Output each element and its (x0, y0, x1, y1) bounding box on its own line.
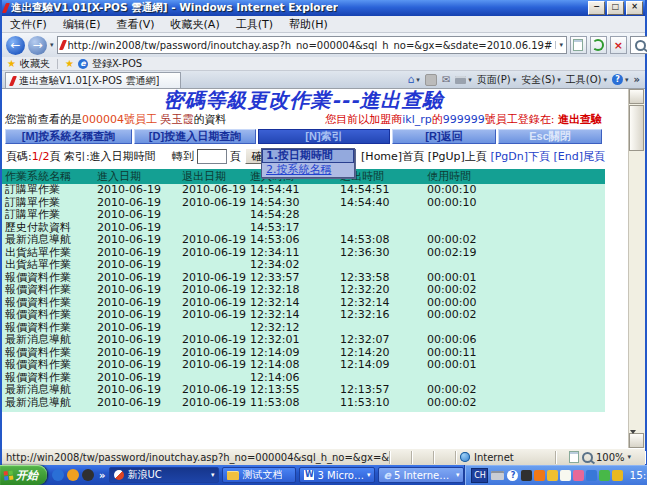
tray-icon[interactable] (534, 470, 545, 481)
table-row[interactable]: 報價資料作業 2010-06-19 12:14:06 (2, 372, 605, 385)
merchant-id: ikl_rp (402, 113, 432, 126)
printer-tray-icon[interactable] (491, 471, 504, 480)
table-row[interactable]: 訂購單作業 2010-06-19 2010-06-19 14:54:30 14:… (2, 197, 605, 210)
menu-item[interactable]: 编辑(E) (55, 17, 109, 32)
index-menu-item-system[interactable]: 2.按系統名稱 (262, 163, 354, 177)
table-row[interactable]: 訂購單作業 2010-06-19 14:54:28 (2, 209, 605, 222)
menu-item[interactable]: 文件(F) (2, 17, 55, 32)
tray-icon[interactable] (560, 470, 571, 481)
table-row[interactable]: 報價資料作業 2010-06-19 12:32:12 (2, 322, 605, 335)
task-caret-icon: ▾ (456, 471, 460, 479)
task-button-test-docs[interactable]: 测试文档 (222, 467, 296, 483)
cell-exit-date: 2010-06-19 (179, 334, 247, 347)
task-button-word-group[interactable]: W3 Microsoft Of...▾ (299, 467, 375, 483)
table-row[interactable]: 報價資料作業 2010-06-19 2010-06-19 12:32:18 12… (2, 284, 605, 297)
nav-button[interactable]: [D]按進入日期查詢 (134, 129, 256, 144)
home-icon: ⌂ (407, 73, 414, 86)
help-tray-icon[interactable]: ? (507, 470, 518, 481)
table-row[interactable]: 訂購單作業 2010-06-19 2010-06-19 14:54:41 14:… (2, 184, 605, 197)
maximize-button[interactable]: □ (607, 1, 624, 15)
compatibility-view-button[interactable] (570, 36, 587, 54)
nav-button[interactable]: [N]索引 (258, 129, 390, 144)
favorites-label[interactable]: 收藏夹 (20, 57, 50, 71)
title-bar[interactable]: 進出查驗V1.01[X-POS 雲通網] - Windows Internet … (2, 0, 645, 16)
tab-current[interactable]: 進出查驗V1.01[X-POS 雲通網] (5, 72, 181, 88)
home-button[interactable]: ⌂▾ (407, 73, 420, 86)
cell-usage-time: 00:00:02 (424, 397, 605, 410)
table-row[interactable]: 最新消息導航 2010-06-19 2010-06-19 14:53:06 14… (2, 234, 605, 247)
cell-entry-date: 2010-06-19 (94, 359, 179, 372)
table-row[interactable]: 最新消息導航 2010-06-19 2010-06-19 12:32:01 12… (2, 334, 605, 347)
refresh-button[interactable] (590, 36, 607, 54)
forward-icon[interactable]: → (28, 36, 47, 55)
nav-button[interactable]: Esc關閉 (498, 129, 602, 144)
overflow-chevron-icon[interactable]: » (634, 74, 640, 85)
index-menu-item-date[interactable]: 1.按日期時間 (262, 149, 354, 163)
cell-entry-date: 2010-06-19 (94, 372, 179, 385)
table-row[interactable]: 出貨結單作業 2010-06-19 12:34:02 (2, 259, 605, 272)
tools-menu-button[interactable]: 工具(O)▾ (566, 73, 607, 87)
scroll-down-icon[interactable] (629, 433, 644, 448)
minimize-button[interactable]: − (588, 1, 605, 15)
task-button-ie-group[interactable]: e5 Internet Exp...▾ (378, 467, 464, 483)
back-icon[interactable]: ← (6, 36, 25, 55)
table-row[interactable]: 報價資料作業 2010-06-19 2010-06-19 12:32:14 12… (2, 297, 605, 310)
start-button[interactable]: 开始 (0, 465, 47, 485)
tray-icon[interactable] (612, 470, 623, 481)
quick-launch-icon[interactable] (82, 469, 94, 481)
input-method-indicator[interactable]: CH (471, 468, 488, 483)
tray-icon[interactable] (599, 470, 610, 481)
status-spacer (390, 451, 412, 464)
feeds-button[interactable] (425, 74, 437, 86)
scrollbar-thumb[interactable] (629, 105, 644, 151)
close-button[interactable]: × (626, 1, 643, 15)
table-row[interactable]: 報價資料作業 2010-06-19 2010-06-19 12:32:14 12… (2, 309, 605, 322)
safety-menu-button[interactable]: 安全(S)▾ (521, 73, 561, 87)
table-row[interactable]: 最新消息導航 2010-06-19 2010-06-19 12:13:55 12… (2, 384, 605, 397)
url-text[interactable]: http://win2008/tw/password/inoutchay.asp… (68, 40, 553, 51)
task-button-sina-uc[interactable]: 新浪UC▾ (109, 467, 219, 483)
nav-button[interactable]: [M]按系統名稱查詢 (5, 129, 132, 144)
quick-launch-icon[interactable] (52, 469, 64, 481)
menu-item[interactable]: 查看(V) (108, 17, 162, 32)
cell-entry-date: 2010-06-19 (94, 284, 179, 297)
cell-usage-time: 00:00:10 (424, 197, 605, 210)
url-dropdown-icon[interactable]: ▾ (555, 41, 563, 49)
page-menu-label: 页面(P) (477, 73, 511, 87)
cell-exit-date (179, 209, 247, 222)
quick-launch-chevron-icon[interactable]: » (99, 470, 105, 481)
table-row[interactable]: 歷史付款資料 2010-06-19 14:53:17 (2, 222, 605, 235)
favorites-star-icon[interactable]: ★ (7, 58, 16, 69)
table-row[interactable]: 出貨結單作業 2010-06-19 2010-06-19 12:34:11 12… (2, 247, 605, 260)
quick-launch-icon[interactable] (67, 469, 79, 481)
menu-item[interactable]: 帮助(H) (281, 17, 336, 32)
url-field[interactable]: http://win2008/tw/password/inoutchay.asp… (57, 36, 567, 54)
page-menu-button[interactable]: 页面(P)▾ (477, 73, 516, 87)
nav-button[interactable]: [R]返回 (392, 129, 496, 144)
stop-button[interactable]: × (610, 36, 627, 54)
vertical-scrollbar[interactable] (628, 89, 645, 448)
table-row[interactable]: 報價資料作業 2010-06-19 2010-06-19 12:14:08 12… (2, 359, 605, 372)
menu-item[interactable]: 收藏夹(A) (163, 17, 228, 32)
tray-icon[interactable] (573, 470, 584, 481)
goto-page-input[interactable] (197, 149, 227, 164)
help-button[interactable]: ?▾ (612, 74, 629, 85)
tray-icon[interactable] (586, 470, 597, 481)
scroll-up-icon[interactable] (629, 89, 644, 104)
tray-icon[interactable] (547, 470, 558, 481)
table-row[interactable]: 最新消息導航 2010-06-19 2010-06-19 11:53:08 11… (2, 397, 605, 410)
tray-icon[interactable] (521, 470, 532, 481)
cell-entry-date: 2010-06-19 (94, 334, 179, 347)
cell-entry-time: 14:53:17 (247, 222, 337, 235)
search-input[interactable]: 百度 (630, 36, 647, 54)
key-hints-active[interactable]: [PgDn]下頁 [End]尾頁 (490, 150, 605, 163)
cell-entry-date: 2010-06-19 (94, 259, 179, 272)
zoom-control[interactable]: 100%▾ (565, 451, 645, 464)
print-button[interactable]: ▾ (455, 76, 472, 84)
favorite-link[interactable]: 登録X-POS (92, 57, 142, 71)
history-dropdown-icon[interactable]: ▾ (50, 41, 54, 49)
menu-item[interactable]: 工具(T) (228, 17, 281, 32)
read-mail-button[interactable]: ✉ (442, 74, 450, 85)
table-row[interactable]: 報價資料作業 2010-06-19 2010-06-19 12:14:09 12… (2, 347, 605, 360)
table-row[interactable]: 報價資料作業 2010-06-19 2010-06-19 12:33:57 12… (2, 272, 605, 285)
